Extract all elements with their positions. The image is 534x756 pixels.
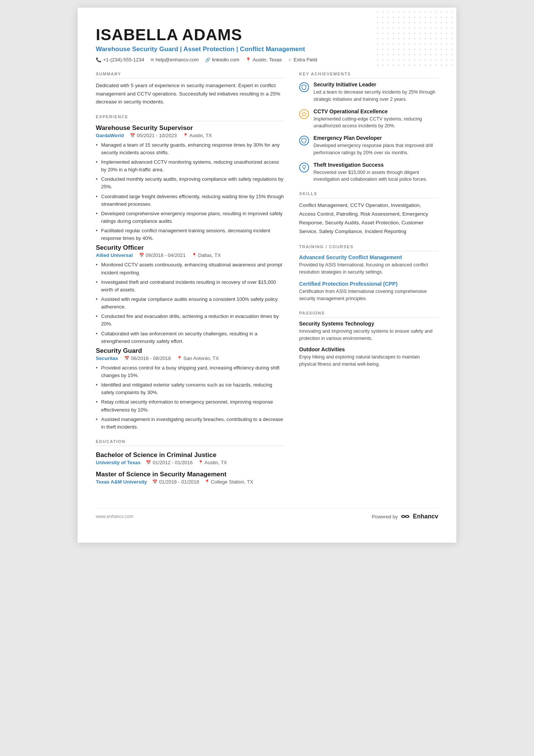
star-field-icon: ☆	[288, 57, 292, 63]
bullet-item: Facilitated regular conflict management …	[96, 227, 284, 242]
passion-1-title: Security Systems Technology	[299, 321, 438, 327]
edu-2-school: Texas A&M University	[96, 479, 147, 485]
bullet-item: Investigated theft and contraband incide…	[96, 279, 284, 294]
achievement-4-content: Theft Investigation Success Recovered ov…	[314, 162, 438, 183]
achievement-1: Security Initiative Leader Led a team to…	[299, 81, 438, 103]
contact-extra: ☆ Extra Field	[288, 57, 317, 63]
skills-text: Conflict Management, CCTV Operation, Inv…	[299, 201, 438, 236]
job-3-dates: 📅 06/2016 - 08/2018	[124, 355, 171, 361]
training-2-title: Certified Protection Professional (CPP)	[299, 281, 438, 287]
contact-bar: 📞 +1-(234)-555-1234 ✉ help@enhancv.com 🔗…	[96, 57, 438, 63]
job-2-dates: 📅 09/2018 - 04/2021	[139, 252, 186, 258]
bullet-item: Monitored CCTV assets continuously, enha…	[96, 261, 284, 276]
edu-1-location: 📍 Austin, TX	[198, 460, 227, 465]
achievement-2-content: CCTV Operational Excellence Implemented …	[314, 108, 438, 130]
summary-section: SUMMARY Dedicated with 5 years of experi…	[96, 72, 284, 106]
pin-icon: 📍	[198, 460, 203, 465]
passion-2-title: Outdoor Activities	[299, 346, 438, 352]
edu-2: Master of Science in Security Management…	[96, 471, 284, 485]
footer: www.enhancv.com Powered by Enhancv	[96, 508, 438, 520]
achievement-4: Theft Investigation Success Recovered ov…	[299, 162, 438, 183]
job-2-title: Security Officer	[96, 244, 284, 252]
passions-label: PASSIONS	[299, 311, 438, 318]
edu-2-location: 📍 College Station, TX	[205, 479, 253, 485]
achievement-2-title: CCTV Operational Excellence	[314, 108, 438, 114]
footer-website: www.enhancv.com	[96, 514, 133, 519]
location-icon: 📍	[245, 57, 251, 63]
achievement-3: Emergency Plan Developer Developed emerg…	[299, 135, 438, 157]
training-label: TRAINING / COURSES	[299, 244, 438, 251]
achievement-4-desc: Recovered over $15,000 in assets through…	[314, 169, 438, 183]
enhancv-logo-icon	[400, 513, 411, 520]
job-1-location: 📍 Austin, TX	[183, 133, 212, 138]
edu-1-school: University of Texas	[96, 460, 141, 465]
edu-1-degree: Bachelor of Science in Criminal Justice	[96, 451, 284, 459]
achievement-1-title: Security Initiative Leader	[314, 81, 438, 88]
candidate-title: Warehouse Security Guard | Asset Protect…	[96, 45, 438, 53]
right-column: KEY ACHIEVEMENTS Security Initiative Lea…	[299, 72, 438, 493]
experience-section: EXPERIENCE Warehouse Security Supervisor…	[96, 114, 284, 431]
job-3-bullets: Provided access control for a busy shipp…	[96, 364, 284, 431]
bullet-item: Conducted monthly security audits, impro…	[96, 175, 284, 191]
star-icon	[299, 109, 309, 119]
calendar-icon: 📅	[152, 479, 158, 484]
pin-icon: 📍	[183, 133, 188, 138]
achievement-3-title: Emergency Plan Developer	[314, 135, 438, 141]
skills-section: SKILLS Conflict Management, CCTV Operati…	[299, 191, 438, 236]
main-layout: SUMMARY Dedicated with 5 years of experi…	[96, 72, 438, 493]
summary-text: Dedicated with 5 years of experience in …	[96, 81, 284, 106]
contact-phone: 📞 +1-(234)-555-1234	[96, 57, 144, 63]
job-1: Warehouse Security Supervisor GardaWorld…	[96, 124, 284, 243]
achievement-4-title: Theft Investigation Success	[314, 162, 438, 168]
header: ISABELLA ADAMS Warehouse Security Guard …	[96, 26, 438, 63]
passions-section: PASSIONS Security Systems Technology Inn…	[299, 311, 438, 368]
shield-icon	[299, 82, 309, 92]
edu-2-dates: 📅 01/2016 - 01/2018	[152, 479, 199, 485]
training-2-desc: Certification from ASIS International co…	[299, 288, 438, 302]
achievement-1-desc: Led a team to decrease security incident…	[314, 89, 438, 103]
achievement-2: CCTV Operational Excellence Implemented …	[299, 108, 438, 130]
job-3-title: Security Guard	[96, 347, 284, 355]
job-3-location: 📍 San Antonio, TX	[177, 355, 219, 361]
job-3: Security Guard Securitas 📅 06/2016 - 08/…	[96, 347, 284, 431]
job-3-meta: Securitas 📅 06/2016 - 08/2018 📍 San Anto…	[96, 355, 284, 361]
left-column: SUMMARY Dedicated with 5 years of experi…	[96, 72, 284, 493]
candidate-name: ISABELLA ADAMS	[96, 26, 438, 44]
bullet-item: Implemented advanced CCTV monitoring sys…	[96, 158, 284, 174]
education-label: EDUCATION	[96, 439, 284, 446]
edu-1-meta: University of Texas 📅 01/2012 - 01/2016 …	[96, 460, 284, 465]
bulb-icon	[299, 163, 309, 172]
passion-2-desc: Enjoy hiking and exploring natural lands…	[299, 354, 438, 368]
job-1-company: GardaWorld	[96, 133, 124, 138]
contact-location: 📍 Austin, Texas	[245, 57, 282, 63]
achievements-label: KEY ACHIEVEMENTS	[299, 72, 438, 78]
passion-1: Security Systems Technology Innovating a…	[299, 321, 438, 342]
job-2-location: 📍 Dallas, TX	[192, 252, 221, 258]
enhancv-brand-name: Enhancv	[413, 513, 438, 520]
achievement-2-desc: Implemented cutting-edge CCTV systems, r…	[314, 116, 438, 130]
experience-label: EXPERIENCE	[96, 114, 284, 121]
email-icon: ✉	[150, 57, 154, 63]
job-2-meta: Allied Universal 📅 09/2018 - 04/2021 📍 D…	[96, 252, 284, 258]
edu-1: Bachelor of Science in Criminal Justice …	[96, 451, 284, 465]
calendar-icon: 📅	[146, 460, 151, 465]
job-2: Security Officer Allied Universal 📅 09/2…	[96, 244, 284, 345]
training-1-desc: Provided by ASIS International, focusing…	[299, 261, 438, 276]
bullet-item: Relay critical security information to e…	[96, 398, 284, 413]
powered-by-text: Powered by	[372, 514, 398, 520]
pin-icon: 📍	[192, 253, 197, 258]
footer-brand: Powered by Enhancv	[372, 513, 438, 520]
contact-linkedin: 🔗 linkedin.com	[205, 57, 239, 63]
skills-label: SKILLS	[299, 191, 438, 198]
calendar-icon: 📅	[124, 356, 130, 361]
edu-2-meta: Texas A&M University 📅 01/2016 - 01/2018…	[96, 479, 284, 485]
calendar-icon: 📅	[130, 133, 135, 138]
calendar-icon: 📅	[139, 253, 144, 258]
bullet-item: Assisted management in investigating sec…	[96, 416, 284, 431]
edu-2-degree: Master of Science in Security Management	[96, 471, 284, 478]
training-2: Certified Protection Professional (CPP) …	[299, 281, 438, 302]
training-1-title: Advanced Security Conflict Management	[299, 254, 438, 260]
bullet-item: Assisted with regular compliance audits …	[96, 296, 284, 311]
job-3-company: Securitas	[96, 355, 118, 361]
achievement-1-content: Security Initiative Leader Led a team to…	[314, 81, 438, 103]
